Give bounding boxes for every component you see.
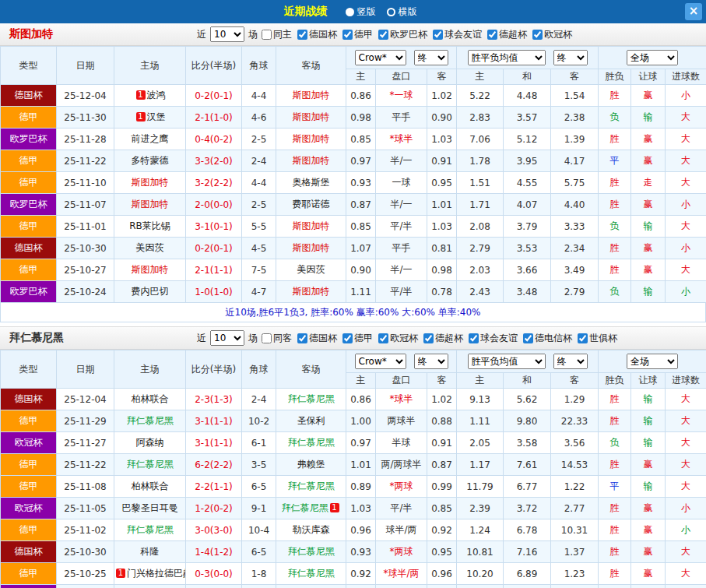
- home-team-cell[interactable]: 费内巴切: [114, 281, 186, 303]
- home-team-cell[interactable]: 斯图加特: [114, 194, 186, 216]
- home-team-cell[interactable]: 拜仁慕尼黑: [114, 585, 186, 588]
- team-link[interactable]: RB莱比锡: [129, 220, 170, 231]
- team-link[interactable]: 拜仁慕尼黑: [288, 481, 335, 491]
- team-link[interactable]: 奥格斯堡: [293, 177, 330, 188]
- away-team-cell[interactable]: 拜仁慕尼黑: [276, 563, 346, 585]
- league-checkbox[interactable]: [469, 333, 479, 343]
- team-link[interactable]: 拜仁慕尼黑: [288, 546, 335, 557]
- team-link[interactable]: 拜仁慕尼黑: [127, 415, 174, 426]
- away-team-cell[interactable]: 斯图加特: [276, 216, 346, 238]
- away-team-cell[interactable]: 斯图加特: [276, 150, 346, 172]
- odds-stage-select[interactable]: 终: [414, 354, 448, 369]
- home-team-cell[interactable]: 斯图加特: [114, 172, 186, 194]
- same-venue-checkbox[interactable]: [262, 30, 272, 40]
- league-checkbox[interactable]: [523, 333, 533, 343]
- team-link[interactable]: 拜仁慕尼黑: [288, 437, 335, 448]
- home-team-cell[interactable]: 1汉堡: [114, 107, 186, 129]
- same-venue-option[interactable]: 同主: [262, 28, 292, 41]
- home-team-cell[interactable]: 多特蒙德: [114, 150, 186, 172]
- home-team-cell[interactable]: 柏林联合: [114, 389, 186, 410]
- league-checkbox[interactable]: [578, 333, 588, 343]
- home-team-cell[interactable]: 1波鸿: [114, 85, 186, 107]
- team-link[interactable]: 勒沃库森: [293, 524, 330, 535]
- team-link[interactable]: 拜仁慕尼黑: [127, 524, 174, 535]
- avg-type-select[interactable]: 胜平负均值: [468, 50, 546, 65]
- home-team-cell[interactable]: 柏林联合: [114, 476, 186, 498]
- avg-type-select[interactable]: 胜平负均值: [468, 354, 546, 369]
- team-link[interactable]: 巴黎圣日耳曼: [122, 502, 178, 513]
- away-team-cell[interactable]: 弗赖堡: [276, 454, 346, 476]
- league-checkbox[interactable]: [487, 30, 497, 40]
- team-link[interactable]: 斯图加特: [293, 220, 330, 231]
- team-link[interactable]: 斯图加特: [132, 199, 169, 209]
- league-filter-option[interactable]: 德甲: [342, 332, 373, 345]
- league-filter-option[interactable]: 欧罗巴杯: [378, 28, 427, 41]
- home-team-cell[interactable]: 1门兴格拉德巴赫: [114, 563, 186, 585]
- team-link[interactable]: 门兴格拉德巴赫: [127, 568, 186, 579]
- view-option-vertical[interactable]: 竖版: [346, 5, 376, 19]
- odds-company-select[interactable]: Crow*: [355, 50, 406, 65]
- team-link[interactable]: 前进之鹰: [132, 133, 169, 144]
- away-team-cell[interactable]: 拜仁慕尼黑1: [276, 498, 346, 519]
- team-link[interactable]: 弗赖堡: [297, 459, 325, 470]
- away-team-cell[interactable]: 奥格斯堡: [276, 172, 346, 194]
- home-team-cell[interactable]: 美因茨: [114, 238, 186, 259]
- home-team-cell[interactable]: 巴黎圣日耳曼: [114, 498, 186, 519]
- team-link[interactable]: 阿森纳: [136, 437, 164, 448]
- team-link[interactable]: 圣保利: [297, 415, 325, 426]
- view-option-horizontal[interactable]: 横版: [387, 5, 417, 19]
- team-link[interactable]: 拜仁慕尼黑: [127, 459, 174, 470]
- team-link[interactable]: 美因茨: [297, 264, 325, 275]
- away-team-cell[interactable]: 斯图加特: [276, 85, 346, 107]
- close-button[interactable]: ×: [685, 3, 702, 20]
- league-checkbox[interactable]: [433, 30, 443, 40]
- same-venue-checkbox[interactable]: [262, 333, 272, 343]
- team-link[interactable]: 费内巴切: [132, 286, 169, 297]
- league-checkbox[interactable]: [423, 333, 434, 343]
- odds-company-select[interactable]: Crow*: [355, 354, 406, 369]
- recent-count-select[interactable]: 10: [210, 26, 244, 42]
- away-team-cell[interactable]: 布鲁日: [276, 585, 346, 588]
- home-team-cell[interactable]: RB莱比锡: [114, 216, 186, 238]
- home-team-cell[interactable]: 拜仁慕尼黑: [114, 519, 186, 541]
- league-checkbox[interactable]: [532, 30, 543, 40]
- team-link[interactable]: 斯图加特: [293, 111, 330, 122]
- away-team-cell[interactable]: 拜仁慕尼黑: [276, 389, 346, 410]
- team-link[interactable]: 柏林联合: [132, 481, 169, 491]
- team-link[interactable]: 斯图加特: [293, 286, 330, 297]
- league-filter-option[interactable]: 欧冠杯: [532, 28, 572, 41]
- team-link[interactable]: 波鸿: [147, 90, 166, 100]
- away-team-cell[interactable]: 拜仁慕尼黑: [276, 476, 346, 498]
- avg-stage-select[interactable]: 终: [553, 50, 588, 65]
- away-team-cell[interactable]: 斯图加特: [276, 129, 346, 150]
- away-team-cell[interactable]: 斯图加特: [276, 107, 346, 129]
- away-team-cell[interactable]: 斯图加特: [276, 281, 346, 303]
- team-link[interactable]: 斯图加特: [293, 155, 330, 166]
- team-link[interactable]: 斯图加特: [293, 90, 330, 100]
- league-checkbox[interactable]: [378, 333, 388, 343]
- away-team-cell[interactable]: 美因茨: [276, 259, 346, 281]
- league-filter-option[interactable]: 德电信杯: [523, 332, 572, 345]
- team-link[interactable]: 科隆: [141, 546, 160, 557]
- team-link[interactable]: 拜仁慕尼黑: [288, 568, 335, 579]
- same-venue-option[interactable]: 同客: [262, 332, 292, 345]
- league-checkbox[interactable]: [378, 30, 388, 40]
- league-checkbox[interactable]: [342, 30, 353, 40]
- team-link[interactable]: 斯图加特: [293, 133, 330, 144]
- team-link[interactable]: 拜仁慕尼黑: [288, 393, 335, 404]
- team-link[interactable]: 斯图加特: [132, 264, 169, 275]
- scope-select[interactable]: 全场: [627, 354, 678, 369]
- home-team-cell[interactable]: 斯图加特: [114, 259, 186, 281]
- home-team-cell[interactable]: 阿森纳: [114, 432, 186, 454]
- away-team-cell[interactable]: 勒沃库森: [276, 519, 346, 541]
- odds-stage-select[interactable]: 终: [414, 50, 448, 65]
- league-checkbox[interactable]: [342, 333, 353, 343]
- team-link[interactable]: 柏林联合: [132, 393, 169, 404]
- home-team-cell[interactable]: 前进之鹰: [114, 129, 186, 150]
- league-filter-option[interactable]: 球会友谊: [433, 28, 482, 41]
- league-filter-option[interactable]: 德国杯: [297, 28, 337, 41]
- team-link[interactable]: 多特蒙德: [132, 155, 169, 166]
- away-team-cell[interactable]: 拜仁慕尼黑: [276, 541, 346, 563]
- team-link[interactable]: 汉堡: [147, 111, 166, 122]
- league-filter-option[interactable]: 世俱杯: [578, 332, 617, 345]
